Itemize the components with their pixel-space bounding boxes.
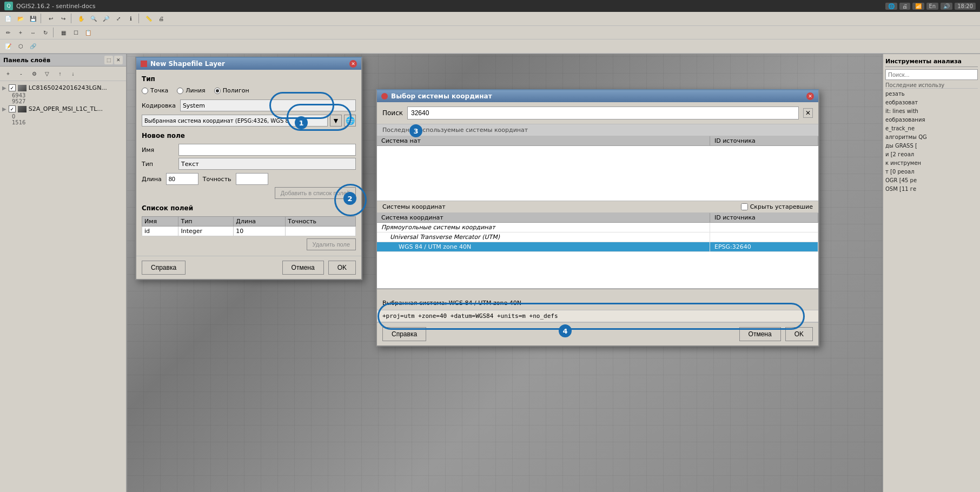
layers-remove-btn[interactable]: -	[15, 68, 27, 79]
crs-selected-id: EPSG:32640	[710, 242, 818, 251]
tb-new[interactable]: 📄	[2, 12, 14, 24]
analysis-item-3: it: lines with	[885, 107, 978, 116]
layers-props-btn[interactable]: ⚙	[28, 68, 40, 79]
toolbar-area: 📄 📂 💾 ↩ ↪ ✋ 🔍 🔎 ⤢ ℹ 📏 🖨 ✏ + ↔ ↻ ▦ ☐ 📋 📝 …	[0, 12, 980, 54]
tb-layer-edit[interactable]: 📝	[2, 41, 14, 52]
shapefile-ok-btn[interactable]: OK	[328, 261, 356, 275]
new-field-section: Новое поле Имя Тип Текст Длина Точность …	[142, 132, 356, 199]
shapefile-dialog-titlebar: New Shapefile Layer ✕	[136, 58, 361, 70]
layers-down-btn[interactable]: ↓	[67, 68, 79, 79]
tb-print[interactable]: 🖨	[155, 12, 167, 24]
shapefile-dialog-close-dot	[141, 61, 147, 67]
crs-selected-label: WGS 84 / UTM zone 40N	[394, 242, 710, 251]
radio-point-circle	[142, 88, 148, 94]
field-precision-label: Точность	[203, 176, 231, 183]
layer-item-2[interactable]: ▶ ✓ S2A_OPER_MSI_L1C_TL...	[0, 104, 126, 114]
lower-scrollbar[interactable]	[377, 289, 818, 296]
layers-up-btn[interactable]: ↑	[54, 68, 66, 79]
fields-list-title: Список полей	[142, 204, 356, 212]
crs-dropdown-btn[interactable]: ▼	[330, 115, 342, 127]
tb-zoom-all[interactable]: ⤢	[112, 12, 124, 24]
crs-child-row-1[interactable]: Universal Transverse Mercator (UTM)	[377, 232, 818, 242]
analysis-item-10: т [0 реоал	[885, 168, 978, 176]
panel-close-btn[interactable]: ✕	[114, 56, 123, 64]
tb-open[interactable]: 📂	[15, 12, 27, 24]
proj-string-row: +proj=utm +zone=40 +datum=WGS84 +units=m…	[377, 310, 818, 322]
coord-dialog-footer: Справка Отмена OK	[377, 322, 818, 345]
layers-filter-btn[interactable]: ▽	[41, 68, 53, 79]
coord-dialog-titlebar: Выбор системы координат ✕	[377, 90, 818, 102]
tb-save[interactable]: 💾	[27, 12, 39, 24]
layer-checkbox-1[interactable]: ✓	[9, 84, 16, 91]
tb-identify[interactable]: ℹ	[125, 12, 137, 24]
layer-number-1b: 9527	[0, 98, 126, 104]
crs-parent-row[interactable]: Прямоугольные системы координат	[377, 223, 818, 232]
network-icon: 🌐	[885, 3, 897, 10]
layer-checkbox-2[interactable]: ✓	[9, 105, 16, 112]
crs-row: Выбранная система координат (EPSG:4326, …	[142, 115, 356, 127]
title-bar: Q QGIS2.16.2 - sentinel-docs 🌐 🖨 📶 En 🔊 …	[0, 0, 980, 12]
tb-zoom-in[interactable]: 🔍	[88, 12, 100, 24]
radio-polygon[interactable]: Полигон	[214, 87, 249, 94]
layer-item-1[interactable]: ▶ ✓ LC81650242016243LGN...	[0, 83, 126, 92]
tb-select[interactable]: ▦	[57, 26, 69, 38]
coord-ok-btn[interactable]: OK	[785, 327, 813, 341]
tb-sep-4	[53, 28, 56, 37]
analysis-item-2: еобразоват	[885, 98, 978, 107]
tb-move[interactable]: ↔	[27, 26, 39, 38]
shapefile-dialog-footer: Справка Отмена OK	[136, 256, 361, 279]
radio-line[interactable]: Линия	[177, 87, 205, 94]
type-section-title: Тип	[142, 75, 356, 83]
radio-polygon-label: Полигон	[223, 87, 249, 94]
layers-add-btn[interactable]: +	[2, 68, 14, 79]
panel-float-btn[interactable]: ⬚	[104, 56, 113, 64]
tb-snap[interactable]: 🔗	[27, 41, 39, 52]
field-name-input[interactable]	[178, 144, 356, 156]
shapefile-help-btn[interactable]: Справка	[142, 261, 186, 275]
tb-zoom-out[interactable]: 🔎	[100, 12, 112, 24]
field-length-input[interactable]	[166, 173, 198, 185]
field-type-value: Текст	[178, 158, 356, 170]
recent-section-header: Последние используемые системы координат	[377, 124, 818, 136]
tb-digitize[interactable]: ⬡	[15, 41, 27, 52]
tb-add-feature[interactable]: +	[15, 26, 27, 38]
tb-redo[interactable]: ↪	[57, 12, 69, 24]
crs-selected-row[interactable]: WGS 84 / UTM zone 40N EPSG:32640	[377, 242, 818, 252]
toolbar-row-1: 📄 📂 💾 ↩ ↪ ✋ 🔍 🔎 ⤢ ℹ 📏 🖨	[0, 12, 980, 26]
delete-field-container: Удалить поле	[142, 238, 356, 250]
crs-col1: Система координат	[377, 213, 710, 222]
hide-old-label[interactable]: Скрыть устаревшие	[741, 203, 813, 210]
analysis-item-4: еобразования	[885, 116, 978, 124]
layer-number-1a: 6943	[0, 92, 126, 98]
coord-cancel-btn[interactable]: Отмена	[739, 327, 781, 341]
tb-undo[interactable]: ↩	[45, 12, 57, 24]
delete-field-btn[interactable]: Удалить поле	[307, 238, 356, 250]
crs-select-btn[interactable]: 🌐	[344, 115, 356, 127]
shapefile-cancel-btn[interactable]: Отмена	[282, 261, 324, 275]
coord-help-btn[interactable]: Справка	[382, 327, 426, 341]
row-length: 10	[234, 227, 286, 236]
analysis-item-5: e_track_ne	[885, 124, 978, 133]
radio-polygon-circle	[214, 88, 221, 94]
selected-system-label: Выбранная система:	[382, 300, 447, 307]
tb-attr[interactable]: 📋	[82, 26, 94, 38]
coord-dialog-close-btn[interactable]: ✕	[806, 92, 814, 100]
tb-deselect[interactable]: ☐	[70, 26, 82, 38]
layer-number-2a: 0	[0, 114, 126, 119]
search-clear-btn[interactable]: ✕	[803, 108, 813, 118]
field-precision-input[interactable]	[236, 173, 268, 185]
search-input[interactable]	[407, 107, 799, 119]
hide-old-checkbox[interactable]	[741, 203, 748, 210]
radio-point-label: Точка	[150, 87, 168, 94]
radio-point[interactable]: Точка	[142, 87, 168, 94]
shapefile-dialog-title: New Shapefile Layer	[150, 60, 225, 68]
shapefile-dialog-close-btn[interactable]: ✕	[349, 60, 357, 68]
tb-rotate[interactable]: ↻	[39, 26, 51, 38]
add-to-list-btn[interactable]: Добавить в список полей	[275, 187, 356, 199]
shapefile-dialog: New Shapefile Layer ✕ Тип Точка Линия По…	[135, 57, 362, 280]
tb-edit[interactable]: ✏	[2, 26, 14, 38]
tb-measure[interactable]: 📏	[143, 12, 155, 24]
tb-pan[interactable]: ✋	[75, 12, 87, 24]
analysis-search-input[interactable]	[885, 69, 978, 80]
table-row[interactable]: id Integer 10	[142, 227, 356, 236]
